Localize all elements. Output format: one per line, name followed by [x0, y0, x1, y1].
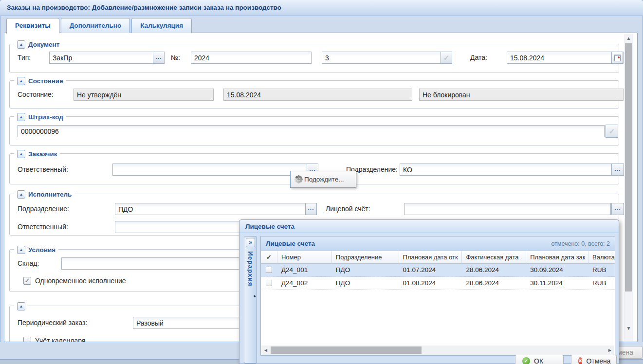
collapse-icon[interactable]: ▲	[17, 246, 25, 254]
column-plan-close[interactable]: Плановая дата зак	[526, 251, 588, 264]
suffix-check-icon[interactable]: ✓	[441, 52, 452, 64]
section-document: ▲ Документ Тип: ... №: ✓ Дата:	[9, 44, 619, 73]
scroll-down-icon[interactable]: ▼	[624, 325, 633, 332]
scroll-left-icon[interactable]: ◄	[261, 346, 270, 355]
section-state: ▲ Состояние Состояние:	[9, 80, 619, 109]
accounts-grid: Лицевые счета отмечено: 0, всего: 2 ✓ Но…	[260, 236, 615, 356]
ok-button-label: ОК	[534, 357, 543, 364]
calendar-button[interactable]	[611, 52, 623, 64]
ok-button[interactable]: ✓ ОК	[515, 355, 564, 364]
main-vertical-scrollbar[interactable]: ▲ ▼	[624, 34, 633, 341]
grid-title: Лицевые счета	[266, 240, 315, 247]
grid-counter: отмечено: 0, всего: 2	[551, 240, 610, 247]
section-title: Состояние	[28, 77, 63, 85]
barcode-check-icon[interactable]: ✓	[606, 125, 618, 138]
customer-division-input[interactable]	[400, 164, 612, 176]
section-title: Штрих-код	[28, 113, 63, 121]
state-date-field	[223, 89, 412, 101]
tab-bar: Реквизиты Дополнительно Калькуляция	[6, 18, 192, 34]
popup-cancel-button[interactable]: ✕ Отмена	[571, 355, 617, 364]
grid-header: Лицевые счета отмечено: 0, всего: 2	[261, 237, 615, 251]
barcode-input[interactable]	[18, 125, 605, 137]
tab-calculation[interactable]: Калькуляция	[131, 18, 192, 33]
expand-icon[interactable]: »	[246, 238, 255, 247]
collapse-icon[interactable]: ▲	[17, 302, 25, 310]
exec-division-lookup-button[interactable]: ...	[305, 203, 317, 215]
cell-currency: RUB	[588, 264, 615, 277]
customer-responsible-input[interactable]	[112, 164, 307, 176]
cell-plan-open: 01.07.2024	[399, 264, 462, 277]
doc-type-input[interactable]	[49, 52, 153, 64]
cell-currency: RUB	[588, 277, 615, 290]
tab-additional[interactable]: Дополнительно	[61, 18, 130, 33]
state-lock-field	[419, 89, 624, 101]
exec-division-input[interactable]	[115, 203, 306, 215]
window-title: Заказы на производство: Добавление/размн…	[0, 0, 643, 16]
scrollbar-thumb[interactable]	[625, 43, 632, 291]
column-fact-date[interactable]: Фактическая дата	[462, 251, 526, 264]
grid-horizontal-scrollbar[interactable]: ◄ ►	[261, 346, 614, 355]
cancel-button-label: Отмена	[586, 357, 610, 364]
scrollbar-thumb[interactable]	[271, 346, 422, 354]
hierarchy-panel[interactable]: » Иерархия ►	[244, 236, 257, 364]
section-title: Исполнитель	[28, 191, 72, 198]
collapse-icon[interactable]: ▲	[17, 150, 25, 158]
doc-number-input[interactable]	[191, 52, 312, 64]
wait-tooltip: Подождите...	[290, 171, 356, 188]
calendar-checkbox[interactable]	[23, 337, 31, 342]
type-label: Тип:	[18, 52, 31, 64]
division-lookup-button[interactable]: ...	[611, 164, 624, 176]
row-checkbox[interactable]	[266, 280, 272, 286]
production-order-window: Заказы на производство: Добавление/размн…	[0, 0, 643, 364]
panel-handle-icon[interactable]: ►	[253, 294, 257, 298]
doc-date-input[interactable]	[507, 52, 624, 64]
simultaneous-checkbox[interactable]: ✓	[23, 277, 31, 285]
cell-fact-date: 28.06.2024	[462, 277, 526, 290]
doc-suffix-input[interactable]	[322, 52, 452, 64]
exec-responsible-label: Ответственный:	[18, 221, 68, 233]
cell-number: Д24_001	[277, 264, 332, 277]
table-row[interactable]: Д24_001 ПДО 01.07.2024 28.06.2024 30.09.…	[261, 264, 615, 277]
ok-icon: ✓	[522, 357, 530, 364]
table-row[interactable]: Д24_002 ПДО 01.08.2024 28.06.2024 30.11.…	[261, 277, 615, 290]
tab-requisites[interactable]: Реквизиты	[6, 18, 59, 34]
cell-fact-date: 28.06.2024	[462, 264, 526, 277]
column-division[interactable]: Подразделение	[332, 251, 399, 264]
collapse-icon[interactable]: ▲	[17, 40, 25, 49]
scroll-up-icon[interactable]: ▲	[624, 35, 633, 42]
date-label: Дата:	[470, 52, 487, 64]
table-header-row: ✓ Номер Подразделение Плановая дата отк …	[261, 251, 615, 264]
cell-division: ПДО	[332, 264, 399, 277]
collapse-icon[interactable]: ▲	[17, 190, 25, 199]
state-label: Состояние:	[18, 89, 54, 101]
responsible-label: Ответственный:	[18, 164, 68, 176]
account-input[interactable]	[404, 203, 611, 215]
section-title: Условия	[28, 246, 55, 254]
row-checkbox[interactable]	[266, 267, 272, 273]
cell-number: Д24_002	[277, 277, 332, 290]
hierarchy-label: Иерархия	[247, 251, 254, 287]
calendar-icon	[614, 55, 621, 61]
calendar-checkbox-label: Учёт календаря	[35, 336, 85, 342]
column-number[interactable]: Номер	[277, 251, 332, 264]
scroll-right-icon[interactable]: ►	[606, 346, 614, 355]
state-status-field	[73, 89, 214, 101]
collapse-icon[interactable]: ▲	[17, 113, 25, 121]
cell-division: ПДО	[332, 277, 399, 290]
section-title: Документ	[28, 41, 59, 48]
cell-plan-close: 30.09.2024	[526, 264, 588, 277]
popup-title: Лицевые счета	[239, 220, 619, 233]
column-check-icon[interactable]: ✓	[261, 251, 277, 264]
warehouse-label: Склад:	[18, 257, 39, 270]
number-label: №:	[171, 52, 180, 64]
periodic-order-label: Периодический заказ:	[18, 317, 87, 329]
account-lookup-button[interactable]: ...	[611, 203, 624, 215]
accounts-popup: Лицевые счета » Иерархия ► Лицевые счета…	[239, 219, 619, 364]
column-plan-open[interactable]: Плановая дата отк	[399, 251, 462, 264]
account-label: Лицевой счёт:	[326, 203, 370, 215]
collapse-icon[interactable]: ▲	[17, 77, 25, 85]
section-barcode: ▲ Штрих-код ✓	[9, 116, 619, 146]
type-lookup-button[interactable]: ...	[153, 52, 165, 64]
column-currency[interactable]: Валюта	[588, 251, 615, 264]
section-title: Заказчик	[28, 150, 57, 158]
